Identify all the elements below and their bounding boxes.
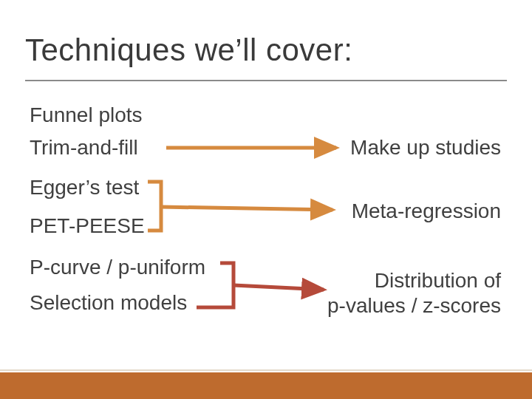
bracket-pcurve-selection-to-distribution (0, 0, 532, 399)
footer-divider (0, 369, 532, 371)
svg-line-2 (233, 285, 324, 290)
slide: Techniques we’ll cover: Funnel plots Tri… (0, 0, 532, 399)
footer-bar (0, 372, 532, 399)
